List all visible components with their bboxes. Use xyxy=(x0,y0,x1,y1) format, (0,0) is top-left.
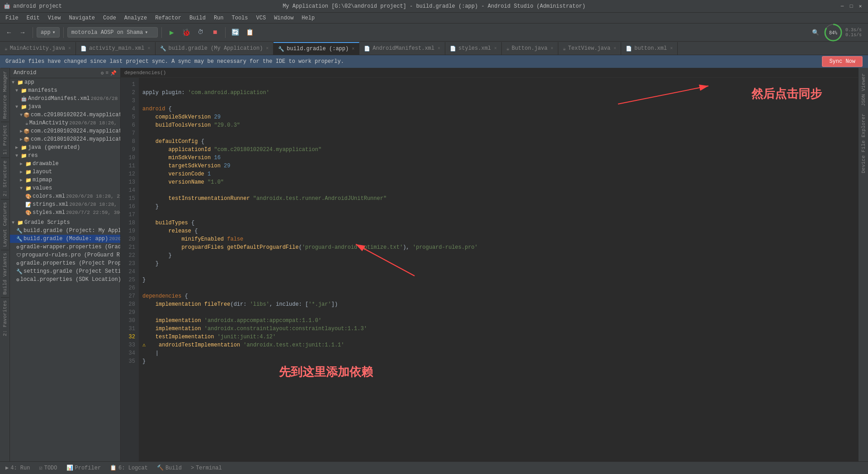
bottom-tab-todo[interactable]: ☑ TODO xyxy=(35,464,61,472)
menu-refactor[interactable]: Refactor xyxy=(151,14,185,22)
right-tab-json-viewer[interactable]: JSON Viewer xyxy=(859,70,868,110)
tab-icon-textview-java: ☕ xyxy=(563,46,566,52)
tree-item-gradle-props[interactable]: ⚙ gradle.properties (Project Properties)… xyxy=(10,259,120,267)
menu-view[interactable]: View xyxy=(44,14,65,22)
tree-label-settings-gradle: settings.gradle (Project Settings) xyxy=(24,268,120,275)
tree-item-gradle-scripts[interactable]: ▼ 📁 Gradle Scripts xyxy=(10,218,120,227)
tab-build-gradle-module[interactable]: 🔧 build.gradle (:app) × xyxy=(274,42,359,55)
tree-item-androidmanifest-xml[interactable]: 🤖 AndroidManifest.xml 2020/6/28 18:28... xyxy=(10,95,120,103)
tree-settings-icon[interactable]: ⚙ xyxy=(101,70,104,76)
back-button[interactable]: ← xyxy=(3,26,15,39)
app-selector[interactable]: app ▾ xyxy=(37,27,60,38)
tree-item-package-test[interactable]: ▶ 📦 com.c201801020224.myapplication (t xyxy=(10,127,120,135)
tree-item-app[interactable]: ▼ 📁 app xyxy=(10,78,120,86)
tree-item-res[interactable]: ▼ 📁 res xyxy=(10,152,120,160)
menu-file[interactable]: File xyxy=(2,14,22,22)
tab-button-xml[interactable]: 📄 button.xml × xyxy=(621,42,678,55)
tab-close-5[interactable]: × xyxy=(438,46,440,51)
left-tab-structure[interactable]: 2: Structure xyxy=(1,157,9,199)
sync-now-button[interactable]: Sync Now xyxy=(822,56,863,67)
tab-styles-xml[interactable]: 📄 styles.xml × xyxy=(445,42,502,55)
tree-item-layout[interactable]: ▶ 📁 layout xyxy=(10,168,120,176)
tree-item-java[interactable]: ▼ 📁 java xyxy=(10,103,120,111)
tree-arrow-manifests: ▼ xyxy=(15,88,20,93)
maximize-button[interactable]: □ xyxy=(847,2,855,10)
menu-vcs[interactable]: VCS xyxy=(253,14,270,22)
tab-close-3[interactable]: × xyxy=(266,46,269,51)
menu-navigate[interactable]: Navigate xyxy=(65,14,99,22)
tree-item-package-main[interactable]: ▼ 📦 com.c201801020224.myapplication xyxy=(10,111,120,119)
tree-pin-icon[interactable]: 📌 xyxy=(110,70,117,76)
tab-close-6[interactable]: × xyxy=(494,46,497,51)
left-tab-build-variants[interactable]: Build Variants xyxy=(1,250,9,297)
menu-code[interactable]: Code xyxy=(99,14,120,22)
bottom-tab-logcat[interactable]: 📋 6: Logcat xyxy=(106,464,151,472)
tree-item-gradle-wrapper[interactable]: ⚙ gradle-wrapper.properties (Gradle Vers… xyxy=(10,243,120,251)
tree-item-settings-gradle[interactable]: 🔧 settings.gradle (Project Settings) 202… xyxy=(10,267,120,275)
tree-item-drawable[interactable]: ▶ 📁 drawable xyxy=(10,160,120,168)
left-tab-resource-manager[interactable]: Resource Manager xyxy=(1,68,9,122)
tab-close-1[interactable]: × xyxy=(68,46,71,51)
tree-item-colors-xml[interactable]: 🎨 colors.xml 2020/6/28 18:28, 214 B xyxy=(10,192,120,200)
forward-button[interactable]: → xyxy=(16,26,29,39)
menu-tools[interactable]: Tools xyxy=(228,14,252,22)
stop-button[interactable]: ■ xyxy=(209,26,222,39)
bottom-tab-terminal[interactable]: > Terminal xyxy=(187,464,226,472)
tree-item-manifests[interactable]: ▼ 📁 manifests xyxy=(10,86,120,95)
tab-mainactivity-java[interactable]: ☕ MainActivity.java × xyxy=(0,42,76,55)
gradle-button[interactable]: 📋 xyxy=(244,26,256,39)
menu-edit[interactable]: Edit xyxy=(23,14,43,22)
tab-activity-main-xml[interactable]: 📄 activity_main.xml × xyxy=(76,42,155,55)
tree-item-strings-xml[interactable]: 📝 strings.xml 2020/6/28 18:28, 80 B xyxy=(10,200,120,209)
left-tab-layout-captures[interactable]: Layout Captures xyxy=(1,199,9,250)
tab-androidmanifest[interactable]: 📄 AndroidManifest.xml × xyxy=(359,42,445,55)
tree-collapse-icon[interactable]: ≡ xyxy=(105,70,108,76)
tree-item-java-generated[interactable]: ▶ 📁 java (generated) xyxy=(10,143,120,152)
tab-button-java[interactable]: ☕ Button.java × xyxy=(502,42,558,55)
code-content[interactable]: 12345 678910 1112131415 1617181920 21222… xyxy=(121,78,858,461)
menu-help[interactable]: Help xyxy=(298,14,318,22)
tab-build-gradle-app[interactable]: 🔧 build.gradle (My Application) × xyxy=(156,42,274,55)
run-button[interactable]: ▶ xyxy=(165,26,178,39)
tree-icon-build-gradle-proj: 🔧 xyxy=(16,228,23,234)
tree-item-package-android[interactable]: ▶ 📦 com.c201801020224.myapplication xyxy=(10,135,120,143)
debug-button[interactable]: 🐞 xyxy=(180,26,193,39)
left-tab-project[interactable]: 1: Project xyxy=(1,122,9,157)
tab-close-4[interactable]: × xyxy=(352,47,354,52)
tab-close-8[interactable]: × xyxy=(613,46,616,51)
profile-button[interactable]: ⏱ xyxy=(194,26,207,39)
menu-build[interactable]: Build xyxy=(186,14,209,22)
tree-item-local-props[interactable]: ⚙ local.properties (SDK Location) 2020/6… xyxy=(10,275,120,284)
tree-item-values[interactable]: ▼ 📁 values xyxy=(10,184,120,192)
search-everywhere-button[interactable]: 🔍 xyxy=(809,26,822,39)
right-tab-device-file-explorer[interactable]: Device File Explorer xyxy=(859,110,868,177)
bottom-tab-run[interactable]: ▶ 4: Run xyxy=(2,464,33,472)
tree-item-mainactivity[interactable]: ☕ MainActivity 2020/6/28 18:26, 359 B xyxy=(10,119,120,127)
bottom-tab-profiler[interactable]: 📊 Profiler xyxy=(63,464,105,472)
tree-item-build-gradle-project[interactable]: 🔧 build.gradle (Project: My Application)… xyxy=(10,227,120,235)
close-button[interactable]: ✕ xyxy=(856,2,864,10)
tab-textview-java[interactable]: ☕ TextView.java × xyxy=(558,42,621,55)
tab-close-9[interactable]: × xyxy=(670,46,673,51)
tab-close-7[interactable]: × xyxy=(551,46,553,51)
code-area[interactable]: apply plugin: 'com.android.application' … xyxy=(139,78,858,461)
terminal-tab-icon: > xyxy=(191,465,194,471)
tab-label-mainactivity: MainActivity.java xyxy=(10,45,65,52)
sync-button[interactable]: 🔄 xyxy=(229,26,242,39)
minimize-button[interactable]: ─ xyxy=(838,2,846,10)
left-tab-favorites[interactable]: 2: Favorites xyxy=(1,297,9,339)
menu-run[interactable]: Run xyxy=(210,14,227,22)
bottom-tab-build[interactable]: 🔨 Build xyxy=(153,464,185,472)
sync-bar: Gradle files have changed since last pro… xyxy=(0,55,868,68)
tree-item-proguard-rules[interactable]: 🛡 proguard-rules.pro (ProGuard Rules for… xyxy=(10,251,120,259)
tree-item-build-gradle-module[interactable]: 🔧 build.gradle (Module: app) 2020/6/28 1… xyxy=(10,235,120,243)
tab-label-textview-java: TextView.java xyxy=(568,45,611,52)
device-selector[interactable]: motorola AOSP on Shama ▾ xyxy=(67,27,158,38)
menu-analyze[interactable]: Analyze xyxy=(121,14,151,22)
logcat-tab-icon: 📋 xyxy=(110,465,117,471)
tree-icon-layout: 📁 xyxy=(25,169,32,175)
tree-item-mipmap[interactable]: ▶ 📁 mipmap xyxy=(10,176,120,184)
menu-window[interactable]: Window xyxy=(270,14,297,22)
tab-close-2[interactable]: × xyxy=(147,46,150,51)
tree-item-styles-xml[interactable]: 🎨 styles.xml 2020/7/2 22:59, 394 B xyxy=(10,209,120,217)
